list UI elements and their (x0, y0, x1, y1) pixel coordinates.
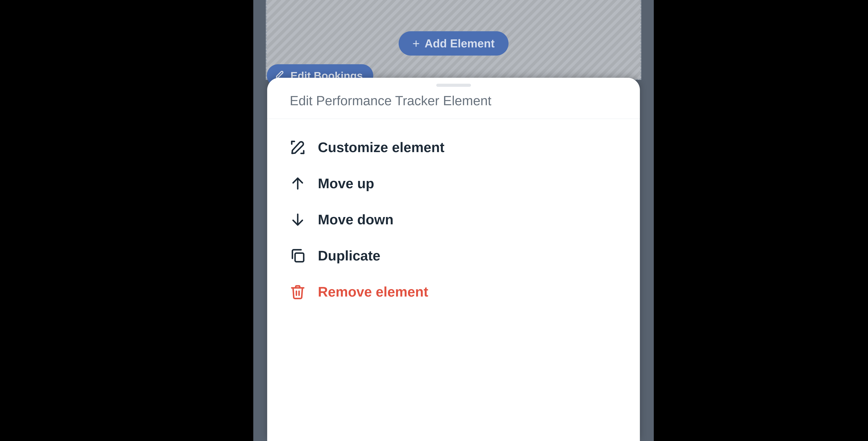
add-element-button[interactable]: + Add Element (399, 31, 508, 56)
arrow-down-icon (290, 212, 306, 228)
add-element-label: Add Element (425, 37, 495, 50)
menu-item-remove[interactable]: Remove element (267, 274, 640, 310)
duplicate-icon (290, 248, 306, 264)
menu-item-label: Duplicate (318, 248, 380, 264)
action-sheet: Edit Performance Tracker Element Customi… (267, 78, 640, 441)
menu-item-label: Move down (318, 212, 394, 228)
menu-item-label: Move up (318, 176, 374, 191)
sheet-title: Edit Performance Tracker Element (267, 87, 640, 119)
menu-item-move-up[interactable]: Move up (267, 165, 640, 201)
sheet-grabber[interactable] (436, 84, 471, 87)
menu-item-customize[interactable]: Customize element (267, 129, 640, 165)
svg-rect-2 (295, 253, 304, 262)
customize-icon (290, 139, 306, 155)
sheet-menu: Customize element Move up Move down (267, 119, 640, 317)
arrow-up-icon (290, 176, 306, 191)
plus-icon: + (412, 37, 420, 50)
menu-item-label: Remove element (318, 284, 428, 300)
trash-icon (290, 284, 306, 300)
menu-item-move-down[interactable]: Move down (267, 201, 640, 238)
menu-item-duplicate[interactable]: Duplicate (267, 238, 640, 274)
menu-item-label: Customize element (318, 139, 444, 155)
editor-canvas: + Add Element Edit Bookings Edit Perform… (253, 0, 654, 441)
